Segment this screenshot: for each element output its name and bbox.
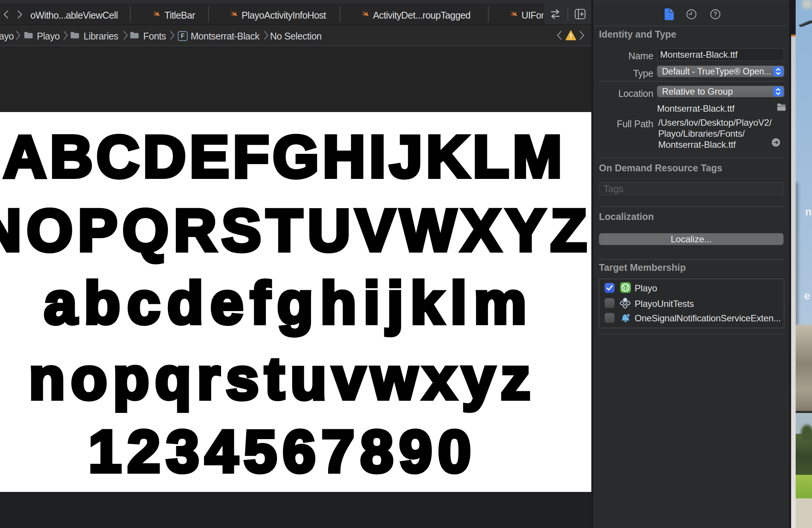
svg-text:?: ? xyxy=(714,11,717,17)
